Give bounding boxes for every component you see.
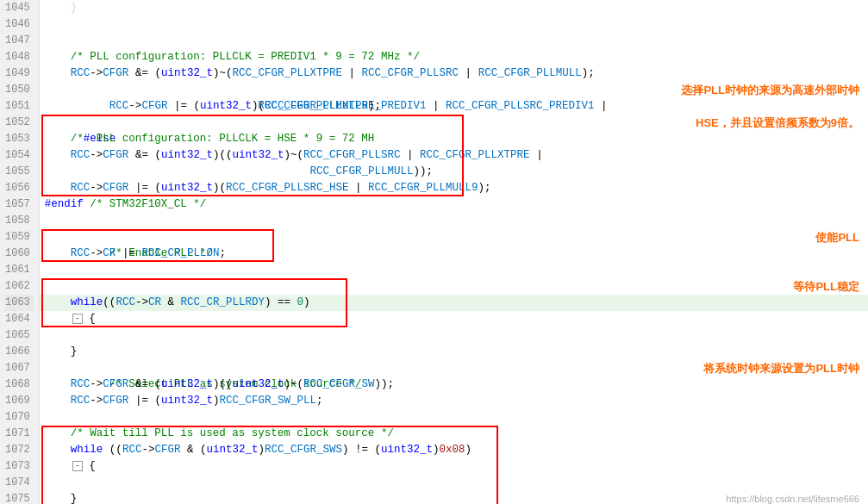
code-line-1061 — [40, 262, 868, 278]
line-num-1068: 1068 — [5, 376, 34, 393]
code-line-1068: RCC->CFGR &= (uint32_t)((uint32_t)~(RCC_… — [40, 376, 868, 393]
code-line-1072: while ((RCC->CFGR & (uint32_t)RCC_CFGR_S… — [40, 442, 868, 458]
line-num-1057: 1057 — [5, 196, 34, 213]
code-line-1070 — [40, 409, 868, 426]
line-num-1075: 1075 — [5, 491, 34, 504]
line-num-1045: 1045 — [5, 0, 34, 16]
collapse-icon-1064[interactable]: - — [72, 314, 83, 324]
line-num-1061: 1061 — [5, 262, 34, 278]
url-bar: https://blog.csdn.net/lifesme666 — [726, 494, 859, 504]
line-num-1053: 1053 — [5, 131, 34, 147]
code-line-1060: RCC->CR |= RCC_CR_PLLON; — [40, 246, 868, 262]
collapse-icon-1073[interactable]: - — [72, 461, 83, 471]
code-line-1052: #else HSE，并且设置倍频系数为9倍。 — [40, 115, 868, 131]
line-num-1052: 1052 — [5, 115, 34, 131]
line-num-1066: 1066 — [5, 344, 34, 360]
line-num-1048: 1048 — [5, 49, 34, 65]
code-line-1055: RCC_CFGR_PLLMULL)); — [40, 164, 868, 180]
code-line-1074 — [40, 475, 868, 491]
line-num-1064: 1064 — [5, 311, 34, 327]
line-num-1058: 1058 — [5, 213, 34, 229]
line-num-1049: 1049 — [5, 65, 34, 82]
line-num-1065: 1065 — [5, 327, 34, 344]
line-num-1059: 1059 — [5, 229, 34, 246]
line-num-1070: 1070 — [5, 409, 34, 426]
code-line-1059: /* Enable PLL */ 使能PLL — [40, 229, 868, 246]
code-area[interactable]: } /* PLL configuration: PLLCLK = PREDIV1… — [40, 0, 868, 504]
line-num-1073: 1073 — [5, 458, 34, 475]
code-line-1047 — [40, 33, 868, 49]
code-line-1053: /* PLL configuration: PLLCLK = HSE * 9 =… — [40, 131, 868, 147]
line-num-1071: 1071 — [5, 426, 34, 442]
line-num-1056: 1056 — [5, 180, 34, 196]
code-line-1054: RCC->CFGR &= (uint32_t)((uint32_t)~(RCC_… — [40, 147, 868, 164]
code-line-1057: #endif /* STM32F10X_CL */ — [40, 196, 868, 213]
line-num-1067: 1067 — [5, 360, 34, 376]
line-num-1062: 1062 — [5, 278, 34, 295]
line-num-1063: 1063 — [5, 295, 34, 311]
line-num-1055: 1055 — [5, 164, 34, 180]
line-num-1047: 1047 — [5, 33, 34, 49]
line-num-1046: 1046 — [5, 16, 34, 33]
code-line-1073: - { — [40, 458, 868, 475]
line-num-1054: 1054 — [5, 147, 34, 164]
code-line-1046 — [40, 16, 868, 33]
line-num-1060: 1060 — [5, 246, 34, 262]
line-num-1050: 1050 — [5, 82, 34, 98]
code-line-1051: RCC_CFGR_PLLMULL9); — [40, 98, 868, 115]
line-num-1072: 1072 — [5, 442, 34, 458]
line-num-1074: 1074 — [5, 475, 34, 491]
code-line-1050: RCC->CFGR |= (uint32_t)(RCC_CFGR_PLLXTPR… — [40, 82, 868, 98]
code-line-1056: RCC->CFGR |= (uint32_t)(RCC_CFGR_PLLSRC_… — [40, 180, 868, 196]
code-line-1065 — [40, 327, 868, 344]
annotation-line1052: HSE，并且设置倍频系数为9倍。 — [696, 115, 859, 131]
code-line-1049: RCC->CFGR &= (uint32_t)~(RCC_CFGR_PLLXTP… — [40, 65, 868, 82]
code-editor: 1045 1046 1047 1048 1049 1050 1051 1052 … — [0, 0, 868, 504]
code-line-1062: /* Wait till PLL is ready */ 等待PLL稳定 — [40, 278, 868, 295]
code-line-1064: - { — [40, 311, 868, 327]
code-line-1067: /* Select PLL as system clock source */ … — [40, 360, 868, 376]
line-num-1069: 1069 — [5, 393, 34, 409]
annotation-line1050: 选择PLL时钟的来源为高速外部时钟 — [681, 82, 859, 98]
code-line-1071: /* Wait till PLL is used as system clock… — [40, 426, 868, 442]
code-line-1058 — [40, 213, 868, 229]
code-line-1048: /* PLL configuration: PLLCLK = PREDIV1 *… — [40, 49, 868, 65]
code-line-1069: RCC->CFGR |= (uint32_t)RCC_CFGR_SW_PLL; — [40, 393, 868, 409]
annotation-line1062: 等待PLL稳定 — [793, 278, 859, 295]
code-line-1045: } — [40, 0, 868, 16]
code-line-1066: } — [40, 344, 868, 360]
code-line-1063: while((RCC->CR & RCC_CR_PLLRDY) == 0) — [40, 295, 868, 311]
annotation-line1067: 将系统时钟来源设置为PLL时钟 — [703, 360, 859, 376]
line-numbers: 1045 1046 1047 1048 1049 1050 1051 1052 … — [0, 0, 40, 504]
line-num-1051: 1051 — [5, 98, 34, 115]
annotation-line1059: 使能PLL — [815, 229, 859, 246]
